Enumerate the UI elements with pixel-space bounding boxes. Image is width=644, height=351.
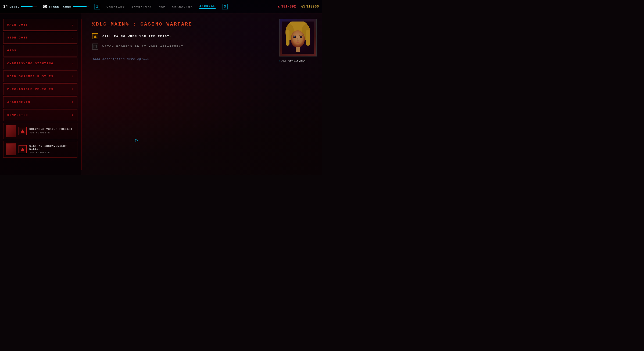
- portrait-name-text: ALT CUNNINGHAM: [281, 60, 306, 62]
- nav-map[interactable]: MAP: [159, 5, 166, 8]
- columbus-icon-triangle: [21, 129, 24, 133]
- category-apartments[interactable]: APARTMENTS ▽: [3, 96, 77, 108]
- money-stat: €$ 318966: [301, 5, 319, 9]
- columbus-thumbnail: [6, 125, 16, 137]
- cursor-decoration: ▷: [134, 137, 139, 143]
- top-bar-right: ▲ 381/392 €$ 318966: [278, 5, 319, 9]
- street-cred-bar: [73, 6, 89, 7]
- side-jobs-arrow: ▽: [72, 36, 73, 39]
- cyberpsycho-arrow: ▽: [72, 62, 73, 65]
- street-cred-label: STREET CRED: [49, 5, 71, 8]
- level-stat: 34 LEVEL: [3, 5, 37, 9]
- inconvenient-thumbnail: [6, 143, 16, 155]
- completed-label: COMPLETED: [7, 114, 28, 117]
- columbus-status: JOB COMPLETE: [29, 132, 73, 134]
- gigs-label: GIGS: [7, 49, 16, 52]
- objective-1-icon-inner: [94, 35, 96, 38]
- right-panel: %DLC_MAIN% : CASINO WARFARE CALL FALCO W…: [81, 13, 322, 175]
- category-gigs[interactable]: GIGS ▽: [3, 45, 77, 56]
- objective-2-icon-svg: [94, 45, 97, 48]
- objective-1-icon: [92, 33, 98, 39]
- street-cred-bar-fill: [73, 6, 87, 7]
- side-jobs-label: SIDE JOBS: [7, 36, 28, 39]
- vehicles-label: PURCHASABLE VEHICLES: [7, 88, 53, 91]
- portrait-link-icon: ✦: [279, 59, 280, 62]
- objective-2-icon: [92, 44, 98, 49]
- nav-crafting[interactable]: CRAFTING: [106, 5, 125, 8]
- completed-item-inconvenient[interactable]: GIG: AN INCONVENIENT KILLER JOB COMPLETE: [3, 141, 77, 158]
- inconvenient-icon-wrapper: [19, 145, 27, 153]
- money-value: 318966: [306, 5, 319, 9]
- top-bar-left: 34 LEVEL 50 STREET CRED: [3, 5, 89, 9]
- hp-value: 381/392: [281, 5, 296, 9]
- category-main-jobs[interactable]: MAIN JOBS ▽: [3, 19, 77, 31]
- columbus-text: COLUMBUS V340-F FREIGHT JOB COMPLETE: [29, 128, 73, 134]
- ncpd-arrow: ▽: [72, 75, 73, 78]
- left-panel: MAIN JOBS ▽ SIDE JOBS ▽ GIGS ▽ CYBERPSYC…: [0, 13, 81, 175]
- main-content: MAIN JOBS ▽ SIDE JOBS ▽ GIGS ▽ CYBERPSYC…: [0, 13, 322, 175]
- gigs-arrow: ▽: [72, 49, 73, 52]
- top-nav: 1 CRAFTING INVENTORY MAP CHARACTER JOURN…: [94, 4, 228, 9]
- inconvenient-text: GIG: AN INCONVENIENT KILLER JOB COMPLETE: [29, 145, 74, 154]
- vehicles-arrow: ▽: [72, 88, 73, 91]
- columbus-name: COLUMBUS V340-F FREIGHT: [29, 128, 73, 131]
- objective-1-text: CALL FALCO WHEN YOU ARE READY.: [102, 35, 172, 38]
- level-value: 34: [3, 5, 8, 9]
- nav-inventory[interactable]: INVENTORY: [131, 5, 152, 8]
- top-bar: 34 LEVEL 50 STREET CRED 1 CRAFTING INVEN…: [0, 0, 322, 13]
- hp-stat: ▲ 381/392: [278, 5, 296, 9]
- nav-bracket-left[interactable]: 1: [94, 4, 100, 9]
- street-cred-stat: 50 STREET CRED: [43, 5, 89, 9]
- street-cred-value: 50: [43, 5, 47, 9]
- inconvenient-status: JOB COMPLETE: [29, 151, 74, 154]
- columbus-icon-wrapper: [19, 127, 27, 135]
- portrait-frame: [279, 19, 317, 56]
- money-icon: €$: [301, 5, 305, 9]
- inconvenient-icon-triangle: [21, 148, 24, 151]
- nav-character[interactable]: CHARACTER: [172, 5, 193, 8]
- category-vehicles[interactable]: PURCHASABLE VEHICLES ▽: [3, 83, 77, 95]
- category-ncpd[interactable]: NCPD SCANNER HUSTLES ▽: [3, 70, 77, 82]
- portrait-face-svg: [282, 22, 314, 54]
- category-side-jobs[interactable]: SIDE JOBS ▽: [3, 32, 77, 44]
- main-jobs-label: MAIN JOBS: [7, 23, 28, 26]
- apartments-label: APARTMENTS: [7, 101, 30, 104]
- cyberpsycho-label: CYBERPSYCHO SIGHTING: [7, 62, 53, 65]
- nav-bracket-right[interactable]: 3: [222, 4, 228, 9]
- level-bar-fill: [21, 6, 33, 7]
- hp-icon: ▲: [278, 5, 280, 9]
- completed-arrow: ▽: [72, 114, 73, 117]
- completed-item-columbus[interactable]: COLUMBUS V340-F FREIGHT JOB COMPLETE: [3, 123, 77, 139]
- portrait-name-container: ✦ ALT CUNNINGHAM: [279, 59, 317, 62]
- svg-rect-13: [282, 22, 314, 54]
- portrait-face: [280, 19, 316, 56]
- level-bar: [21, 6, 37, 7]
- apartments-arrow: ▽: [72, 101, 73, 104]
- level-label: LEVEL: [9, 5, 20, 8]
- category-cyberpsycho[interactable]: CYBERPSYCHO SIGHTING ▽: [3, 58, 77, 69]
- category-completed[interactable]: COMPLETED ▽: [3, 109, 77, 121]
- objective-2-text: WATCH NCORP'S BD AT YOUR APPARTMENT: [102, 45, 183, 48]
- ncpd-label: NCPD SCANNER HUSTLES: [7, 75, 53, 78]
- main-jobs-arrow: ▽: [72, 23, 73, 26]
- character-portrait: ✦ ALT CUNNINGHAM: [279, 19, 317, 56]
- svg-rect-0: [94, 45, 96, 48]
- nav-journal[interactable]: JOURNAL: [199, 5, 216, 9]
- inconvenient-name: GIG: AN INCONVENIENT KILLER: [29, 145, 74, 151]
